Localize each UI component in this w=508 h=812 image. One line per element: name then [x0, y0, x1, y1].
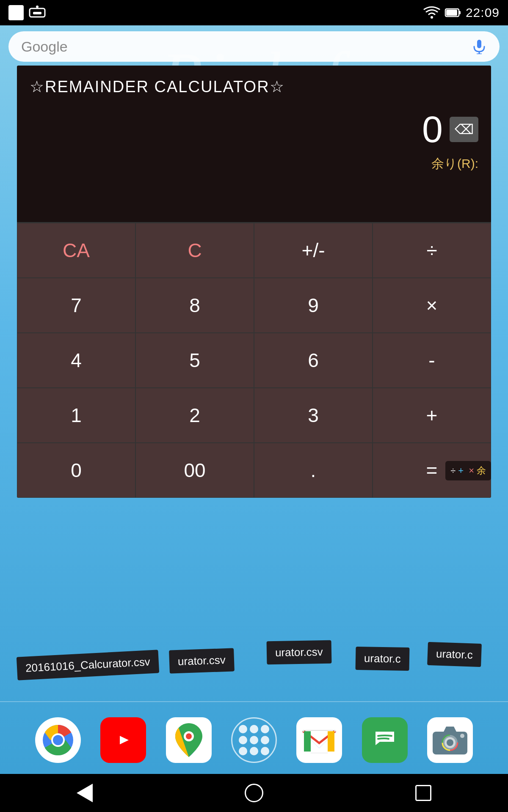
svg-point-16 — [186, 733, 192, 739]
recent-file-2[interactable]: urator.csv — [169, 648, 235, 673]
recent-file-5[interactable]: urator.c — [427, 642, 482, 667]
camera-icon[interactable] — [427, 717, 473, 763]
nav-bar — [0, 774, 508, 812]
dot-2 — [250, 725, 258, 733]
calc-keypad: CA C +/- ÷ 7 8 9 × 4 5 6 - 1 2 3 + 0 00 … — [17, 222, 491, 498]
svg-point-28 — [460, 734, 464, 738]
svg-point-1 — [36, 5, 39, 8]
status-bar-left — [8, 5, 46, 20]
maps-icon[interactable] — [166, 717, 212, 763]
recents-button[interactable] — [411, 780, 436, 806]
app-drawer-icon[interactable] — [231, 717, 277, 763]
mini-icon-cross: × — [469, 465, 474, 476]
calc-main-value: 0 ⌫ — [30, 108, 478, 151]
svg-point-3 — [431, 16, 433, 19]
dot-1 — [239, 725, 247, 733]
svg-rect-18 — [304, 731, 311, 752]
key-divide[interactable]: ÷ — [373, 223, 491, 278]
dot-6 — [261, 736, 269, 744]
svg-rect-7 — [477, 40, 481, 48]
mini-icon-remain: 余 — [477, 464, 486, 477]
svg-rect-19 — [328, 731, 334, 752]
youtube-icon[interactable] — [100, 717, 146, 763]
key-8[interactable]: 8 — [135, 278, 254, 333]
dot-8 — [250, 747, 258, 755]
svg-rect-6 — [446, 10, 457, 16]
svg-rect-2 — [33, 12, 41, 14]
key-c[interactable]: C — [135, 223, 254, 278]
key-5[interactable]: 5 — [135, 333, 254, 388]
remainder-label: 余り(R): — [30, 155, 478, 173]
recent-file-1[interactable]: 20161016_Calcurator.csv — [17, 650, 159, 680]
dot-3 — [261, 725, 269, 733]
backspace-button[interactable]: ⌫ — [450, 117, 478, 142]
key-plusminus[interactable]: +/- — [254, 223, 373, 278]
chrome-icon[interactable] — [35, 717, 81, 763]
key-ca[interactable]: CA — [17, 223, 135, 278]
calculator-app: ☆REMAINDER CALCULATOR☆ 0 ⌫ 余り(R): CA C +… — [17, 66, 491, 498]
home-button[interactable] — [241, 780, 267, 806]
dot-9 — [261, 747, 269, 755]
svg-rect-5 — [459, 11, 461, 14]
key-2[interactable]: 2 — [135, 388, 254, 443]
key-7[interactable]: 7 — [17, 278, 135, 333]
search-bar[interactable]: Google — [8, 31, 500, 62]
dot-5 — [250, 736, 258, 744]
key-4[interactable]: 4 — [17, 333, 135, 388]
calc-title: ☆REMAINDER CALCULATOR☆ — [17, 66, 491, 104]
key-decimal[interactable]: . — [254, 443, 373, 498]
recent-file-4[interactable]: urator.c — [356, 647, 410, 671]
mic-icon[interactable] — [472, 39, 487, 54]
bottom-dock — [0, 706, 508, 774]
back-button[interactable] — [72, 780, 97, 806]
chat-icon[interactable] — [362, 717, 408, 763]
key-minus[interactable]: - — [373, 333, 491, 388]
calc-number: 0 — [422, 108, 443, 151]
search-bar-container: Google — [0, 25, 508, 68]
key-00[interactable]: 00 — [135, 443, 254, 498]
battery-icon — [444, 5, 461, 20]
status-bar: 22:09 — [0, 0, 508, 25]
key-9[interactable]: 9 — [254, 278, 373, 333]
wifi-icon — [423, 5, 440, 20]
recent-files-area: 20161016_Calcurator.csv urator.csv urato… — [0, 617, 508, 685]
key-1[interactable]: 1 — [17, 388, 135, 443]
status-bar-right: 22:09 — [423, 5, 500, 20]
calc-mini-icon: ÷ + × 余 — [445, 461, 491, 480]
gmail-icon[interactable] — [296, 717, 342, 763]
status-time: 22:09 — [466, 5, 500, 20]
dock-divider — [0, 701, 508, 702]
key-0[interactable]: 0 — [17, 443, 135, 498]
key-6[interactable]: 6 — [254, 333, 373, 388]
mini-icon-plus: + — [458, 465, 464, 476]
dot-7 — [239, 747, 247, 755]
key-plus[interactable]: + — [373, 388, 491, 443]
dot-4 — [239, 736, 247, 744]
mini-icon-divide: ÷ — [450, 465, 456, 476]
calc-display: 0 ⌫ 余り(R): — [17, 104, 491, 222]
search-bar-placeholder: Google — [21, 38, 68, 55]
svg-point-24 — [447, 739, 453, 746]
svg-point-13 — [53, 735, 63, 745]
recent-file-3[interactable]: urator.csv — [267, 640, 332, 665]
notification-icon-2 — [29, 5, 46, 20]
key-multiply[interactable]: × — [373, 278, 491, 333]
notification-icon-1 — [8, 5, 24, 20]
key-3[interactable]: 3 — [254, 388, 373, 443]
